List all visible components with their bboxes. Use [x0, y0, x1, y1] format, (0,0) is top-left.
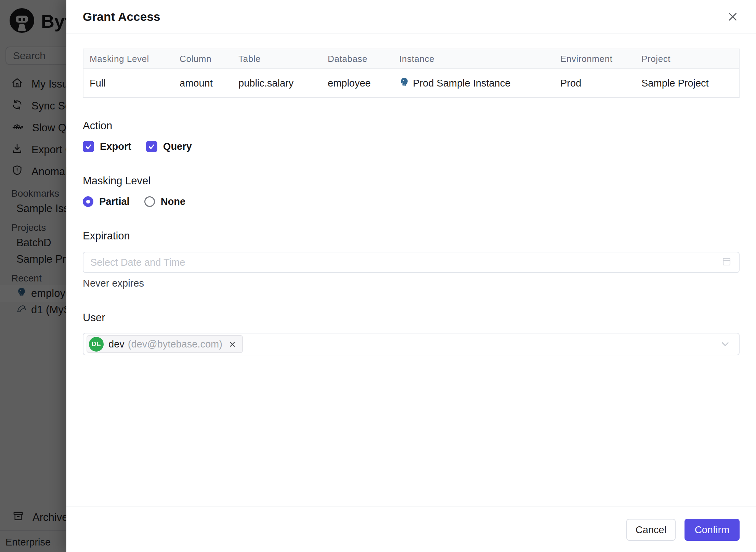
- export-checkbox-item: Export: [83, 141, 131, 152]
- expiration-date-picker[interactable]: [83, 252, 740, 273]
- cell-database: employee: [322, 69, 393, 97]
- confirm-button[interactable]: Confirm: [685, 519, 740, 541]
- grant-target-table: Masking Level Column Table Database Inst…: [83, 49, 740, 98]
- user-name: dev: [108, 339, 125, 350]
- col-header-environment: Environment: [554, 49, 635, 69]
- col-header-table: Table: [232, 49, 322, 69]
- query-checkbox-label: Query: [163, 141, 192, 152]
- col-header-instance: Instance: [393, 49, 554, 69]
- action-options: Export Query: [83, 141, 740, 152]
- grant-access-modal: Grant Access Masking Level Column Table: [66, 0, 756, 552]
- cell-table: public.salary: [232, 69, 322, 97]
- expiration-date-input[interactable]: [90, 257, 721, 268]
- calendar-icon[interactable]: [721, 256, 732, 268]
- query-checkbox-item: Query: [146, 141, 192, 152]
- cell-column: amount: [173, 69, 232, 97]
- col-header-project: Project: [635, 49, 739, 69]
- close-icon[interactable]: [725, 9, 740, 24]
- expiration-heading: Expiration: [83, 230, 740, 242]
- cell-masking-level: Full: [83, 69, 173, 97]
- col-header-masking-level: Masking Level: [83, 49, 173, 69]
- remove-user-icon[interactable]: [228, 340, 237, 349]
- modal-footer: Cancel Confirm: [66, 507, 756, 552]
- export-checkbox-label: Export: [100, 141, 131, 152]
- cell-instance: Prod Sample Instance: [393, 69, 554, 97]
- cancel-button[interactable]: Cancel: [626, 519, 676, 541]
- modal-title: Grant Access: [83, 10, 160, 24]
- cell-project: Sample Project: [635, 69, 739, 97]
- table-header-row: Masking Level Column Table Database Inst…: [83, 49, 739, 69]
- table-row: Full amount public.salary employee: [83, 69, 739, 97]
- user-email: (dev@bytebase.com): [128, 339, 222, 350]
- col-header-database: Database: [322, 49, 393, 69]
- user-heading: User: [83, 312, 740, 324]
- none-radio-label: None: [161, 196, 186, 207]
- action-heading: Action: [83, 120, 740, 132]
- partial-radio-item: Partial: [83, 196, 130, 207]
- partial-radio[interactable]: [83, 196, 93, 207]
- export-checkbox[interactable]: [83, 141, 94, 152]
- cell-environment: Prod: [554, 69, 635, 97]
- col-header-column: Column: [173, 49, 232, 69]
- none-radio-item: None: [144, 196, 186, 207]
- avatar: DE: [89, 337, 104, 352]
- chevron-down-icon[interactable]: [719, 338, 731, 350]
- none-radio[interactable]: [144, 196, 155, 207]
- never-expires-note: Never expires: [83, 278, 740, 289]
- user-tag: DE dev (dev@bytebase.com): [87, 335, 243, 353]
- modal-header: Grant Access: [66, 0, 756, 34]
- postgres-icon: [399, 77, 409, 90]
- modal-body: Masking Level Column Table Database Inst…: [66, 49, 756, 355]
- masking-level-heading: Masking Level: [83, 175, 740, 187]
- partial-radio-label: Partial: [99, 196, 130, 207]
- instance-name: Prod Sample Instance: [413, 78, 510, 89]
- masking-level-options: Partial None: [83, 196, 740, 207]
- user-select[interactable]: DE dev (dev@bytebase.com): [83, 333, 740, 355]
- app-root: Bytebase My Issues: [0, 0, 756, 552]
- query-checkbox[interactable]: [146, 141, 157, 152]
